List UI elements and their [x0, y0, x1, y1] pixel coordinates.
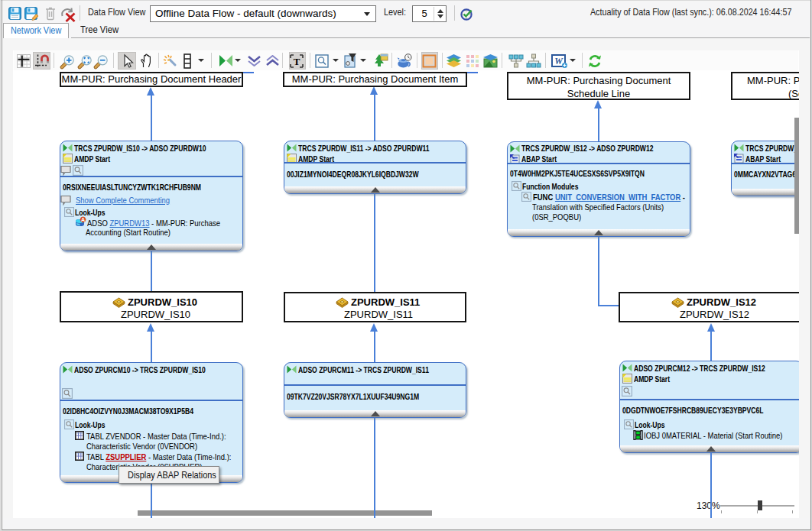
svg-text:T: T: [294, 56, 300, 67]
svg-text:A: A: [81, 217, 85, 222]
